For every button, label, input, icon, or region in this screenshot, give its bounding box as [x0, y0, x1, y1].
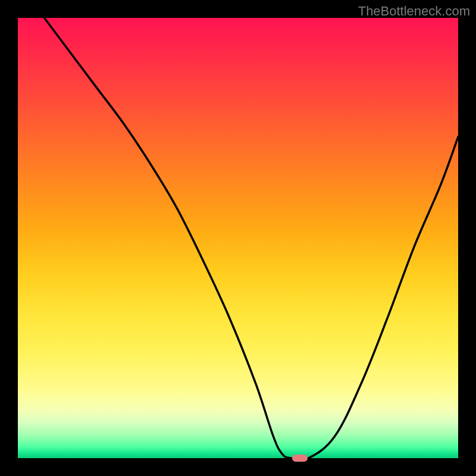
chart-frame: TheBottleneck.com: [0, 0, 476, 476]
optimum-marker: [292, 455, 308, 462]
bottleneck-curve: [18, 18, 458, 458]
watermark-text: TheBottleneck.com: [358, 4, 470, 19]
plot-area: [18, 18, 458, 458]
